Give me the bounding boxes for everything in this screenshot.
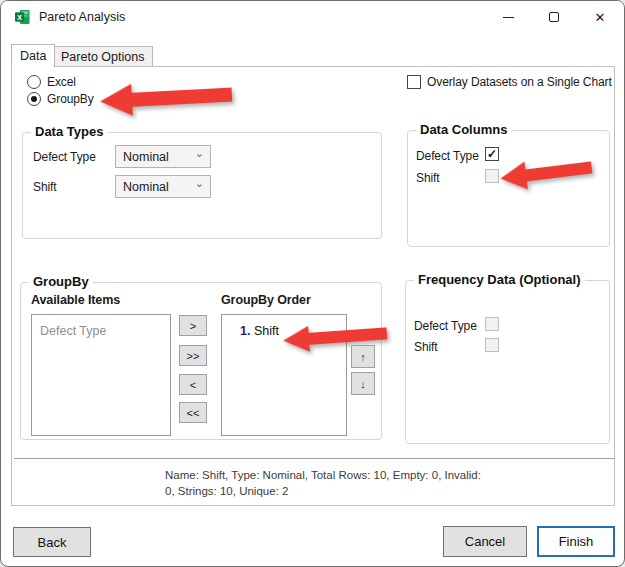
groupby-radio-label: GroupBy	[47, 92, 94, 106]
chevron-down-icon: ⌄	[195, 177, 204, 190]
excel-radio-label: Excel	[47, 75, 76, 89]
minimize-icon	[503, 17, 514, 18]
available-items-label: Available Items	[31, 293, 120, 307]
excel-app-icon: x	[14, 9, 30, 25]
finish-button[interactable]: Finish	[537, 526, 615, 557]
data-types-title: Data Types	[31, 124, 107, 139]
chevron-down-icon: ⌄	[195, 147, 204, 160]
overlay-datasets-checkbox[interactable]	[407, 75, 421, 89]
red-arrow-groupby	[99, 77, 233, 120]
excel-radio[interactable]	[27, 75, 41, 89]
check-icon: ✓	[487, 147, 497, 161]
status-line-1: Name: Shift, Type: Nominal, Total Rows: …	[165, 467, 481, 483]
defect-type-column-checkbox[interactable]: ✓	[485, 147, 499, 161]
data-columns-title: Data Columns	[416, 122, 511, 137]
defect-type-datatype-value: Nominal	[123, 150, 169, 164]
status-separator	[14, 458, 614, 459]
data-columns-groupbox: Data Columns Defect Type ✓ Shift	[407, 130, 610, 247]
data-types-groupbox: Data Types Defect Type Nominal ⌄ Shift N…	[22, 132, 382, 239]
data-types-row-label: Shift	[33, 180, 57, 194]
window-title: Pareto Analysis	[39, 10, 125, 24]
back-button[interactable]: Back	[13, 527, 91, 557]
shift-frequency-checkbox[interactable]	[485, 338, 499, 352]
titlebar: x Pareto Analysis ✕	[1, 1, 624, 33]
groupby-order-item[interactable]: 1. Shift	[240, 324, 279, 338]
minimize-button[interactable]	[485, 1, 531, 33]
available-items-listbox[interactable]: Defect Type	[31, 314, 171, 436]
move-all-right-button[interactable]: >>	[179, 345, 207, 366]
frequency-row-label: Shift	[414, 340, 438, 354]
shift-datatype-dropdown[interactable]: Nominal ⌄	[115, 175, 211, 198]
groupby-radio[interactable]	[27, 92, 41, 106]
status-line-2: 0, Strings: 10, Unique: 2	[165, 483, 481, 499]
move-right-button[interactable]: >	[179, 315, 207, 336]
frequency-data-groupbox: Frequency Data (Optional) Defect Type Sh…	[405, 280, 610, 444]
tab-data[interactable]: Data	[11, 44, 55, 67]
maximize-icon	[549, 12, 559, 22]
tab-pareto-options[interactable]: Pareto Options	[52, 46, 153, 67]
defect-type-datatype-dropdown[interactable]: Nominal ⌄	[115, 145, 211, 168]
frequency-data-title: Frequency Data (Optional)	[414, 272, 585, 287]
frequency-row-label: Defect Type	[414, 319, 477, 333]
window-controls: ✕	[485, 1, 623, 33]
data-columns-row-label: Defect Type	[416, 149, 479, 163]
defect-type-frequency-checkbox[interactable]	[485, 317, 499, 331]
status-text: Name: Shift, Type: Nominal, Total Rows: …	[165, 467, 481, 499]
data-types-row-label: Defect Type	[33, 150, 96, 164]
data-tab-page: Excel GroupBy Overlay Datasets on a Sing…	[11, 66, 615, 506]
close-button[interactable]: ✕	[577, 1, 623, 33]
order-index: 1.	[240, 324, 250, 338]
move-left-button[interactable]: <	[179, 374, 207, 395]
order-item-label: Shift	[254, 324, 279, 338]
cancel-button[interactable]: Cancel	[443, 526, 527, 557]
red-arrow-shift-checkbox	[498, 152, 593, 195]
move-up-button[interactable]: ↑	[351, 345, 375, 368]
shift-column-checkbox[interactable]	[485, 169, 499, 183]
data-columns-row-label: Shift	[416, 171, 440, 185]
maximize-button[interactable]	[531, 1, 577, 33]
groupby-groupbox: GroupBy Available Items Defect Type > >>…	[20, 282, 382, 440]
shift-datatype-value: Nominal	[123, 180, 169, 194]
overlay-datasets-label: Overlay Datasets on a Single Chart	[427, 75, 612, 89]
available-item[interactable]: Defect Type	[40, 324, 106, 338]
groupby-order-label: GroupBy Order	[221, 293, 311, 307]
close-icon: ✕	[595, 11, 606, 24]
move-down-button[interactable]: ↓	[351, 372, 375, 395]
groupby-title: GroupBy	[29, 274, 93, 289]
pareto-analysis-dialog: x Pareto Analysis ✕ Data Pareto Options …	[0, 0, 625, 567]
svg-text:x: x	[17, 12, 22, 22]
move-all-left-button[interactable]: <<	[179, 402, 207, 423]
